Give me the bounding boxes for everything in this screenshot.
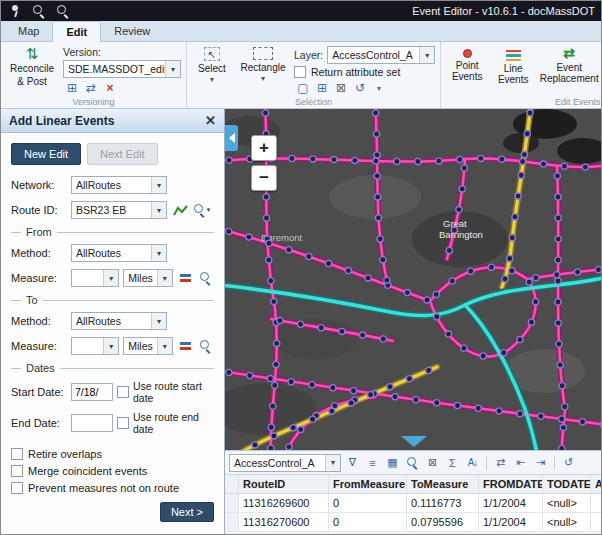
to-unit-combobox[interactable]: Miles ▾ <box>123 337 173 355</box>
event-replacement-icon: ⇄ <box>563 47 575 60</box>
table-cell: 0 <box>329 513 407 531</box>
network-combobox[interactable]: AllRoutes ▾ <box>71 176 167 194</box>
select-by-attribute-icon[interactable]: ▢ <box>294 80 312 96</box>
selection-group-label: Selection <box>192 96 435 109</box>
delete-version-icon[interactable]: × <box>101 80 119 96</box>
rectangle-tool-button[interactable]: Rectangle ▾ <box>237 44 289 85</box>
line-events-button[interactable]: Line Events <box>493 44 533 86</box>
zoom-in-icon[interactable] <box>55 3 71 19</box>
zoom-in-button[interactable]: + <box>251 135 277 161</box>
event-replacement-button[interactable]: ⇄ Event Replacement <box>538 44 600 85</box>
chevron-down-icon[interactable]: ▾ <box>157 270 172 286</box>
zoom-out-button[interactable]: − <box>251 165 277 191</box>
col-ac[interactable]: AC <box>591 475 602 493</box>
select-route-on-map-icon[interactable] <box>171 202 189 219</box>
zoom-to-route-icon[interactable]: ▾ <box>193 202 211 219</box>
chevron-down-icon[interactable]: ▾ <box>370 80 388 96</box>
chevron-down-icon[interactable]: ▾ <box>419 47 434 63</box>
statistics-icon[interactable]: Σ <box>444 454 461 471</box>
start-date-label: Start Date: <box>11 386 67 398</box>
zoom-to-measure-icon[interactable] <box>197 270 214 287</box>
chevron-down-icon[interactable]: ▾ <box>103 270 118 286</box>
select-by-location-icon[interactable]: ⊞ <box>313 80 331 96</box>
chevron-down-icon[interactable]: ▾ <box>103 338 118 354</box>
use-route-end-checkbox[interactable] <box>117 417 129 429</box>
pick-measure-on-map-icon[interactable] <box>177 270 194 287</box>
chevron-down-icon[interactable]: ▾ <box>325 455 340 471</box>
chevron-down-icon[interactable]: ▾ <box>165 61 180 77</box>
zoom-out-icon[interactable] <box>31 3 47 19</box>
zoom-to-measure-icon[interactable] <box>197 338 214 355</box>
select-cursor-icon: ↖ <box>204 47 220 61</box>
columns-icon[interactable]: ▦ <box>384 454 401 471</box>
refresh-table-icon[interactable]: ↺ <box>560 454 577 471</box>
table-row[interactable]: 11316269600 0 0.1116773 1/1/2004 <null> <box>225 494 602 513</box>
from-section-separator: From <box>11 226 214 238</box>
col-frommeasure[interactable]: FromMeasure <box>329 475 407 493</box>
pick-measure-on-map-icon[interactable] <box>177 338 194 355</box>
panel-title: Add Linear Events <box>9 114 205 128</box>
reselect-icon[interactable]: ↺ <box>351 80 369 96</box>
close-icon[interactable]: ✕ <box>205 113 216 128</box>
prevent-measures-label: Prevent measures not on route <box>28 482 179 494</box>
definition-filter-icon[interactable]: ∇ <box>344 454 361 471</box>
prevent-measures-checkbox[interactable] <box>11 482 23 494</box>
from-measure-combobox[interactable]: ▾ <box>71 269 119 287</box>
to-method-combobox[interactable]: AllRoutes ▾ <box>71 312 167 330</box>
tab-map[interactable]: Map <box>5 21 52 41</box>
to-measure-combobox[interactable]: ▾ <box>71 337 119 355</box>
map-graphics: Egremont Great Barrington <box>225 109 602 450</box>
ribbon-tabstrip: Map Edit Review <box>1 21 601 42</box>
table-row[interactable]: 11316270600 0 0.0795596 1/1/2004 <null> <box>225 513 602 532</box>
go-to-begin-icon[interactable]: ⇤ <box>512 454 529 471</box>
col-fromdate[interactable]: FROMDATE <box>479 475 543 493</box>
select-tool-button[interactable]: ↖ Select ▾ <box>192 44 232 86</box>
tab-edit[interactable]: Edit <box>52 21 101 42</box>
retire-overlaps-checkbox[interactable] <box>11 448 23 460</box>
chevron-down-icon[interactable]: ▾ <box>151 245 166 261</box>
version-combobox[interactable]: SDE.MASSDOT_editor1 ▾ <box>63 60 181 78</box>
go-to-end-icon[interactable]: ⇥ <box>532 454 549 471</box>
start-date-input[interactable] <box>71 383 113 401</box>
to-measure-label: Measure: <box>11 340 67 352</box>
pin-icon[interactable] <box>7 3 23 19</box>
switch-version-icon[interactable]: ⇄ <box>82 80 100 96</box>
line-event-icon <box>506 50 521 61</box>
next-edit-button: Next Edit <box>87 143 158 165</box>
switch-selection-icon[interactable]: ⇄ <box>492 454 509 471</box>
reconcile-icon: ⇅ <box>26 47 39 61</box>
merge-coincident-checkbox[interactable] <box>11 465 23 477</box>
col-routeid[interactable]: RouteID <box>239 475 329 493</box>
return-attribute-set-checkbox[interactable] <box>294 66 306 78</box>
table-options-icon[interactable]: ≡ <box>364 454 381 471</box>
zoom-to-selection-icon[interactable] <box>404 454 421 471</box>
clear-selection-icon[interactable]: ⊠ <box>424 454 441 471</box>
col-todate[interactable]: TODATE <box>543 475 591 493</box>
next-button[interactable]: Next > <box>160 502 214 522</box>
point-events-button[interactable]: Point Events <box>446 44 488 83</box>
collapse-panel-arrow[interactable] <box>225 125 238 151</box>
use-route-start-checkbox[interactable] <box>117 386 129 398</box>
chevron-down-icon[interactable]: ▾ <box>151 177 166 193</box>
new-edit-button[interactable]: New Edit <box>11 143 81 165</box>
from-method-combobox[interactable]: AllRoutes ▾ <box>71 244 167 262</box>
col-tomeasure[interactable]: ToMeasure <box>407 475 479 493</box>
tab-review[interactable]: Review <box>101 21 163 41</box>
row-selector[interactable] <box>225 513 239 531</box>
clear-selection-icon[interactable]: ⊠ <box>332 80 350 96</box>
end-date-input[interactable] <box>71 414 113 432</box>
layer-combobox[interactable]: AccessControl_A ▾ <box>327 46 435 64</box>
route-id-combobox[interactable]: BSR23 EB ▾ <box>71 201 167 219</box>
reconcile-post-button[interactable]: ⇅ Reconcile & Post <box>6 44 58 88</box>
chevron-down-icon[interactable]: ▾ <box>151 202 166 218</box>
collapse-table-arrow[interactable] <box>401 436 427 447</box>
map-canvas[interactable]: Egremont Great Barrington + − <box>225 109 602 450</box>
sort-ascending-icon[interactable]: A↓ <box>464 454 481 471</box>
chevron-down-icon[interactable]: ▾ <box>157 338 172 354</box>
row-selector[interactable] <box>225 494 239 512</box>
refresh-version-icon[interactable]: ⊞ <box>63 80 81 96</box>
chevron-down-icon[interactable]: ▾ <box>151 313 166 329</box>
edit-events-group-label: Edit Events <box>446 96 601 109</box>
from-unit-combobox[interactable]: Miles ▾ <box>123 269 173 287</box>
table-layer-combobox[interactable]: AccessControl_A ▾ <box>229 454 341 472</box>
